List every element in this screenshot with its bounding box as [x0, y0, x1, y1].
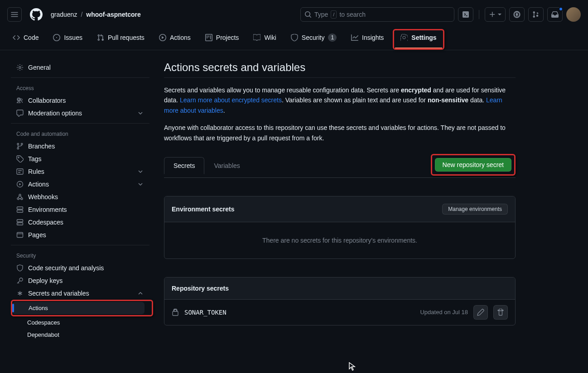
graph-icon [351, 34, 358, 41]
inbox-icon [551, 11, 559, 18]
git-branch-icon [16, 143, 24, 150]
pull-requests-header-button[interactable] [528, 7, 544, 22]
pencil-icon [477, 309, 484, 316]
sidebar-code-security-label: Code security and analysis [28, 264, 104, 272]
nav-code[interactable]: Code [7, 29, 44, 50]
people-icon [16, 97, 24, 104]
tab-secrets[interactable]: Secrets [164, 157, 204, 174]
sidebar-codespaces[interactable]: Codespaces [11, 216, 149, 229]
sidebar-secrets-variables-label: Secrets and variables [28, 290, 89, 297]
sidebar-sub-dependabot[interactable]: Dependabot [11, 329, 149, 341]
nav-settings[interactable]: Settings [395, 30, 442, 48]
sidebar-deploy-keys-label: Deploy keys [28, 277, 63, 284]
sidebar-access-heading: Access [11, 81, 157, 94]
link-encrypted-secrets[interactable]: Learn more about encrypted secrets [180, 96, 282, 104]
notifications-button[interactable] [547, 7, 563, 22]
sidebar-branches[interactable]: Branches [11, 140, 149, 153]
trash-icon [497, 309, 504, 316]
sidebar-branches-label: Branches [28, 143, 55, 150]
terminal-icon [462, 11, 469, 18]
nav-wiki-label: Wiki [264, 34, 276, 41]
breadcrumb-repo[interactable]: whoof-aspnetcore [86, 11, 141, 18]
repo-nav: Code Issues Pull requests Actions Projec… [0, 29, 588, 50]
svg-point-11 [18, 224, 19, 225]
nav-issues[interactable]: Issues [48, 29, 87, 50]
sidebar-rules-label: Rules [28, 168, 44, 175]
edit-secret-button[interactable] [473, 305, 488, 320]
svg-point-5 [21, 198, 23, 200]
notification-dot [559, 7, 563, 11]
tabs-row: Secrets Variables New repository secret [164, 154, 516, 178]
svg-point-4 [17, 198, 19, 200]
sidebar-pages[interactable]: Pages [11, 229, 149, 241]
main-content: Actions secrets and variables Secrets an… [157, 50, 588, 373]
svg-point-1 [19, 67, 21, 68]
nav-security[interactable]: Security 1 [285, 29, 342, 50]
new-repository-secret-button[interactable]: New repository secret [435, 158, 511, 172]
breadcrumb-owner[interactable]: graduenz [51, 11, 77, 18]
svg-point-0 [516, 14, 518, 16]
sidebar-environments-label: Environments [28, 206, 67, 213]
chevron-down-icon [137, 181, 144, 188]
lock-icon [172, 309, 179, 316]
caret-down-icon [498, 13, 501, 16]
browser-icon [16, 231, 24, 239]
nav-settings-label: Settings [411, 34, 436, 41]
sidebar-code-security[interactable]: Code security and analysis [11, 262, 149, 274]
nav-pulls-label: Pull requests [108, 34, 145, 41]
gear-icon [400, 34, 408, 41]
create-new-button[interactable] [485, 7, 506, 22]
svg-point-6 [19, 194, 21, 196]
nav-issues-label: Issues [64, 34, 82, 41]
svg-rect-9 [17, 220, 23, 222]
environment-secrets-title: Environment secrets [172, 206, 235, 213]
project-icon [205, 34, 212, 41]
hamburger-icon [11, 11, 18, 18]
nav-pulls[interactable]: Pull requests [92, 29, 150, 50]
tag-icon [16, 155, 24, 163]
shield-icon [291, 34, 298, 41]
delete-secret-button[interactable] [493, 305, 508, 320]
sidebar-tags[interactable]: Tags [11, 153, 149, 165]
issue-opened-icon [53, 34, 60, 41]
search-input[interactable]: Type / to search [300, 7, 454, 22]
search-kbd: / [331, 10, 337, 19]
page-title: Actions secrets and variables [164, 61, 516, 78]
hamburger-button[interactable] [7, 7, 22, 22]
avatar[interactable] [566, 7, 581, 22]
nav-wiki[interactable]: Wiki [248, 29, 281, 50]
sidebar-collaborators[interactable]: Collaborators [11, 94, 149, 107]
svg-rect-7 [17, 207, 23, 209]
sidebar-rules[interactable]: Rules [11, 165, 149, 178]
sidebar-actions[interactable]: Actions [11, 178, 149, 191]
sidebar-secrets-variables[interactable]: Secrets and variables [11, 287, 149, 300]
command-palette-button[interactable] [458, 7, 473, 22]
secret-row: SONAR_TOKEN Updated on Jul 18 [164, 300, 515, 325]
sidebar-sub-actions[interactable]: Actions [12, 302, 145, 314]
page-description-1: Secrets and variables allow you to manag… [164, 85, 516, 115]
settings-sidebar: General Access Collaborators Moderation … [0, 50, 157, 373]
sidebar-codespaces-label: Codespaces [28, 219, 63, 226]
sidebar-deploy-keys[interactable]: Deploy keys [11, 274, 149, 287]
server-icon [16, 206, 24, 213]
nav-actions[interactable]: Actions [154, 29, 196, 50]
git-pull-request-icon [97, 34, 104, 41]
nav-security-badge: 1 [328, 33, 337, 42]
sidebar-actions-label: Actions [28, 181, 49, 188]
svg-rect-8 [17, 210, 23, 212]
github-logo[interactable] [29, 7, 43, 22]
sidebar-security-heading: Security [11, 249, 157, 262]
sidebar-tags-label: Tags [28, 155, 42, 163]
environment-secrets-panel: Environment secrets Manage environments … [164, 196, 516, 259]
sidebar-sub-codespaces[interactable]: Codespaces [11, 316, 149, 329]
manage-environments-button[interactable]: Manage environments [442, 204, 508, 215]
tab-variables[interactable]: Variables [204, 157, 249, 174]
nav-insights[interactable]: Insights [346, 29, 389, 50]
sidebar-webhooks[interactable]: Webhooks [11, 191, 149, 203]
nav-projects[interactable]: Projects [200, 29, 245, 50]
sidebar-environments[interactable]: Environments [11, 203, 149, 216]
issues-header-button[interactable] [509, 7, 525, 22]
play-icon [159, 34, 166, 41]
sidebar-general[interactable]: General [11, 61, 149, 74]
sidebar-moderation[interactable]: Moderation options [11, 107, 149, 120]
